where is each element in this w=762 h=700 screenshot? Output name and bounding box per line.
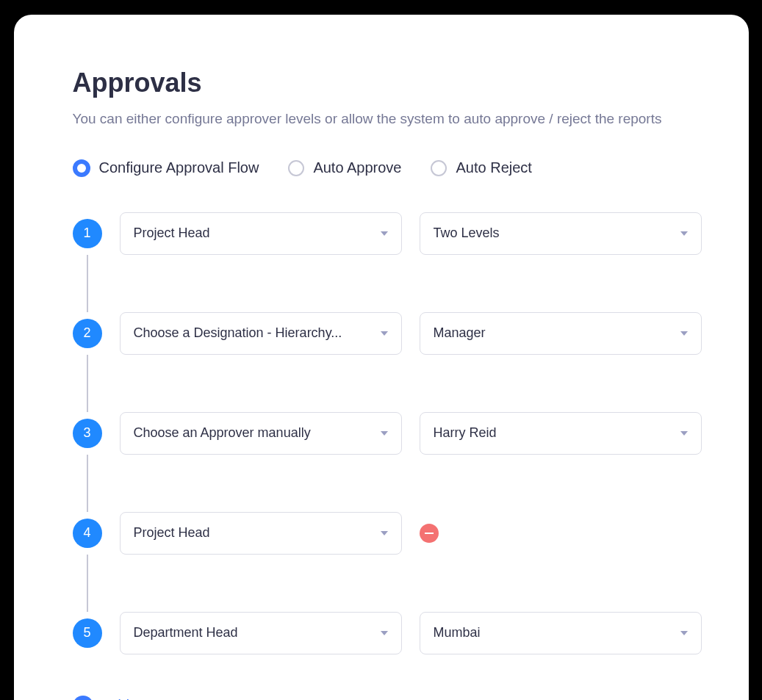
step-connector bbox=[73, 355, 102, 412]
minus-icon bbox=[425, 533, 434, 534]
radio-label: Auto Approve bbox=[313, 159, 401, 176]
dropdown-value: Two Levels bbox=[434, 225, 500, 241]
radio-unselected-icon bbox=[288, 160, 304, 176]
radio-selected-icon bbox=[73, 159, 90, 177]
step-5-type-dropdown[interactable]: Department Head bbox=[120, 612, 402, 654]
chevron-down-icon bbox=[381, 631, 388, 635]
approval-step-3: 3 Choose an Approver manually Harry Reid bbox=[73, 412, 690, 455]
add-one-more-button[interactable]: Add One More bbox=[73, 696, 690, 701]
chevron-down-icon bbox=[381, 231, 388, 236]
step-number-badge: 3 bbox=[73, 419, 102, 448]
dropdown-value: Project Head bbox=[134, 525, 210, 541]
approval-step-4: 4 Project Head bbox=[73, 512, 690, 555]
approvals-card: Approvals You can either configure appro… bbox=[14, 15, 749, 700]
dropdown-value: Manager bbox=[434, 325, 486, 341]
chevron-down-icon bbox=[680, 231, 688, 236]
dropdown-value: Project Head bbox=[134, 225, 210, 241]
dropdown-value: Choose an Approver manually bbox=[134, 425, 311, 441]
approval-steps: 1 Project Head Two Levels 2 Choose a Des… bbox=[73, 212, 690, 654]
step-4-type-dropdown[interactable]: Project Head bbox=[120, 512, 402, 555]
chevron-down-icon bbox=[680, 431, 688, 436]
radio-unselected-icon bbox=[431, 160, 447, 176]
chevron-down-icon bbox=[680, 331, 688, 336]
chevron-down-icon bbox=[680, 631, 688, 635]
dropdown-value: Mumbai bbox=[434, 625, 481, 641]
remove-step-button[interactable] bbox=[420, 524, 439, 543]
step-connector bbox=[73, 255, 102, 312]
approval-step-1: 1 Project Head Two Levels bbox=[73, 212, 690, 255]
step-connector bbox=[73, 555, 102, 612]
step-number-badge: 5 bbox=[73, 618, 102, 648]
radio-auto-approve[interactable]: Auto Approve bbox=[288, 159, 401, 176]
step-3-type-dropdown[interactable]: Choose an Approver manually bbox=[120, 412, 402, 455]
step-5-value-dropdown[interactable]: Mumbai bbox=[420, 612, 702, 654]
page-title: Approvals bbox=[73, 68, 690, 98]
add-one-more-label: Add One More bbox=[104, 697, 199, 700]
page-subtitle: You can either configure approver levels… bbox=[73, 109, 690, 130]
plus-icon bbox=[73, 696, 93, 701]
approval-mode-radio-group: Configure Approval Flow Auto Approve Aut… bbox=[73, 159, 690, 177]
step-2-value-dropdown[interactable]: Manager bbox=[420, 312, 702, 355]
dropdown-value: Harry Reid bbox=[434, 425, 497, 441]
step-number-badge: 2 bbox=[73, 319, 102, 348]
svg-rect-0 bbox=[425, 533, 434, 534]
chevron-down-icon bbox=[381, 331, 388, 336]
chevron-down-icon bbox=[381, 431, 388, 436]
approval-step-5: 5 Department Head Mumbai bbox=[73, 612, 690, 654]
dropdown-value: Choose a Designation - Hierarchy... bbox=[134, 325, 342, 341]
step-1-value-dropdown[interactable]: Two Levels bbox=[420, 212, 702, 255]
approval-step-2: 2 Choose a Designation - Hierarchy... Ma… bbox=[73, 312, 690, 355]
step-2-type-dropdown[interactable]: Choose a Designation - Hierarchy... bbox=[120, 312, 402, 355]
dropdown-value: Department Head bbox=[134, 625, 238, 641]
radio-label: Auto Reject bbox=[456, 159, 531, 176]
radio-auto-reject[interactable]: Auto Reject bbox=[431, 159, 531, 176]
step-1-type-dropdown[interactable]: Project Head bbox=[120, 212, 402, 255]
chevron-down-icon bbox=[381, 531, 388, 535]
radio-label: Configure Approval Flow bbox=[99, 159, 259, 176]
step-connector bbox=[73, 455, 102, 512]
step-number-badge: 1 bbox=[73, 219, 102, 248]
radio-configure-approval-flow[interactable]: Configure Approval Flow bbox=[73, 159, 259, 177]
step-number-badge: 4 bbox=[73, 519, 102, 548]
step-3-value-dropdown[interactable]: Harry Reid bbox=[420, 412, 702, 455]
